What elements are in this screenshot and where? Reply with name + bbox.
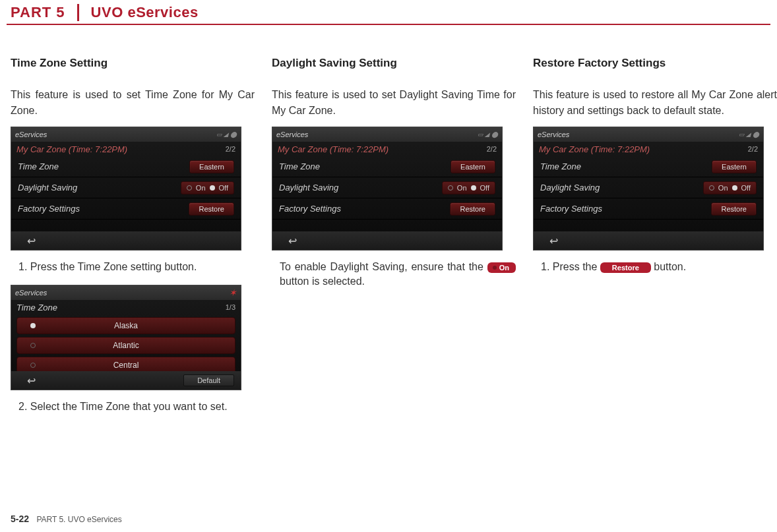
timezone-value-button[interactable]: Eastern (712, 160, 757, 173)
tz-item-label: Central (113, 361, 139, 370)
timezone-list-screenshot: eServices ✶ Time Zone 1/3 Alaska Atlanti… (11, 285, 241, 390)
row-factory-label: Factory Settings (18, 204, 80, 214)
step-part-a: 1. Press the (541, 261, 600, 272)
restore-button[interactable]: Restore (189, 202, 234, 216)
row-timezone-label: Time Zone (279, 162, 320, 171)
ss-brand: eServices (276, 131, 308, 138)
ss-page: 2/2 (226, 145, 235, 153)
row-factory-label: Factory Settings (279, 204, 341, 214)
inline-on-button: On (487, 262, 516, 273)
daylight-toggle[interactable]: On Off (442, 181, 495, 194)
settings-screenshot: eServices ▭ ◢ ⬤ My Car Zone (Time: 7:22P… (272, 127, 503, 251)
radio-on-icon (709, 185, 714, 191)
toggle-off: Off (219, 184, 228, 192)
timezone-value-button[interactable]: Eastern (189, 160, 234, 173)
back-icon[interactable]: ↩ (18, 234, 44, 247)
inline-btn-label: On (499, 263, 509, 272)
toggle-on: On (196, 184, 206, 192)
daylight-toggle[interactable]: On Off (181, 181, 234, 194)
section-title: Restore Factory Settings (533, 57, 777, 70)
default-button[interactable]: Default (183, 374, 234, 386)
intro-text: This feature is used to set Daylight Sav… (272, 87, 516, 119)
radio-off-icon (471, 185, 476, 191)
ss-brand: eServices (15, 289, 47, 297)
daylight-toggle[interactable]: On Off (703, 181, 757, 194)
unselected-dot-icon (30, 343, 36, 348)
intro-text: This feature is used to restore all My C… (533, 87, 777, 119)
toggle-off: Off (741, 184, 751, 192)
page-number: 5-22 (11, 514, 29, 524)
back-icon[interactable]: ↩ (279, 234, 305, 247)
ss-subtitle: My Car Zone (Time: 7:22PM) (539, 144, 650, 154)
back-icon[interactable]: ↩ (18, 374, 44, 387)
ss-brand: eServices (15, 131, 47, 138)
page-header: PART 5 UVO eServices (7, 0, 770, 25)
col-daylight: Daylight Saving Setting This feature is … (272, 57, 516, 425)
step-1: 1. Press the Time Zone setting button. (11, 260, 255, 274)
inline-btn-label: Restore (612, 263, 639, 272)
ss-page: 2/2 (748, 145, 758, 153)
ss-subtitle: My Car Zone (Time: 7:22PM) (278, 144, 388, 154)
instr-part-a: To enable Daylight Saving, ensure that t… (280, 261, 487, 272)
toggle-on: On (718, 184, 728, 192)
section-title: Time Zone Setting (11, 57, 255, 70)
instr-part-b: button is selected. (280, 276, 365, 287)
tz-title: Time Zone (16, 303, 57, 312)
tz-item-atlantic[interactable]: Atlantic (16, 337, 235, 354)
row-timezone-label: Time Zone (18, 162, 59, 171)
step-part-b: button. (654, 261, 686, 272)
ss-brand: eServices (538, 131, 569, 138)
tz-item-label: Alaska (114, 321, 138, 330)
instruction-text: To enable Daylight Saving, ensure that t… (272, 260, 516, 289)
step-2: 2. Select the Time Zone that you want to… (11, 399, 255, 414)
radio-off-icon (732, 185, 737, 191)
intro-text: This feature is used to set Time Zone fo… (11, 87, 255, 119)
dot-icon (493, 266, 497, 270)
toggle-on: On (457, 184, 467, 192)
back-icon[interactable]: ↩ (540, 234, 567, 247)
row-daylight-label: Daylight Saving (540, 183, 600, 192)
header-title: UVO eServices (79, 4, 199, 21)
selected-dot-icon (30, 323, 36, 328)
tz-item-alaska[interactable]: Alaska (16, 317, 235, 334)
toggle-off: Off (480, 184, 489, 192)
unselected-dot-icon (30, 363, 36, 368)
row-timezone-label: Time Zone (540, 162, 581, 171)
timezone-value-button[interactable]: Eastern (451, 160, 495, 173)
step-1: 1. Press the Restore button. (533, 260, 777, 274)
tz-page: 1/3 (226, 303, 235, 311)
settings-screenshot: eServices ▭ ◢ ⬤ My Car Zone (Time: 7:22P… (533, 127, 764, 251)
header-part: PART 5 (7, 4, 79, 21)
ss-subtitle: My Car Zone (Time: 7:22PM) (16, 144, 127, 154)
row-daylight-label: Daylight Saving (279, 183, 338, 192)
tz-item-label: Atlantic (113, 341, 139, 350)
star-icon: ✶ (229, 287, 237, 298)
row-factory-label: Factory Settings (540, 204, 602, 214)
col-timezone: Time Zone Setting This feature is used t… (11, 57, 255, 425)
footer-label: PART 5. UVO eServices (36, 515, 121, 524)
radio-on-icon (448, 185, 453, 191)
ss-page: 2/2 (487, 145, 497, 153)
inline-restore-button: Restore (600, 262, 651, 273)
radio-off-icon (210, 185, 215, 191)
col-restore: Restore Factory Settings This feature is… (533, 57, 777, 425)
row-daylight-label: Daylight Saving (18, 183, 77, 192)
radio-on-icon (187, 185, 192, 191)
status-icons: ▭ ◢ ⬤ (739, 131, 759, 138)
page-footer: 5-22 PART 5. UVO eServices (11, 514, 122, 524)
status-icons: ▭ ◢ ⬤ (478, 131, 498, 138)
restore-button[interactable]: Restore (711, 202, 757, 216)
settings-screenshot: eServices ▭ ◢ ⬤ My Car Zone (Time: 7:22P… (11, 127, 241, 251)
section-title: Daylight Saving Setting (272, 57, 516, 70)
status-icons: ▭ ◢ ⬤ (216, 131, 237, 138)
restore-button[interactable]: Restore (450, 202, 495, 216)
